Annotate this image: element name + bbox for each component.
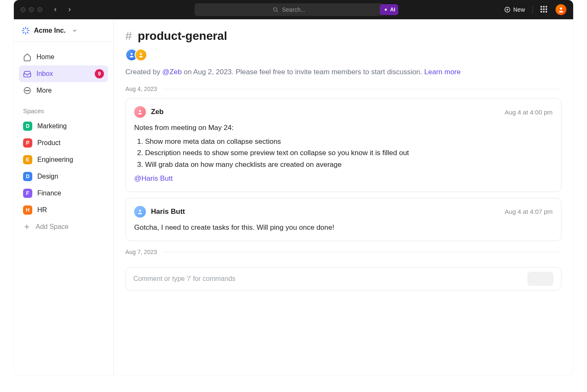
spaces-list: DMarketingPProductEEngineeringDDesignFFi… <box>14 118 113 218</box>
svg-point-0 <box>274 8 277 11</box>
svg-point-17 <box>27 90 28 91</box>
add-space-button[interactable]: Add Space <box>14 218 113 235</box>
message-composer[interactable] <box>125 267 561 291</box>
send-button[interactable] <box>527 272 553 286</box>
spaces-heading: Spaces <box>14 101 113 118</box>
workspace-name: Acme Inc. <box>34 27 66 34</box>
space-badge: E <box>23 155 32 164</box>
space-item[interactable]: PProduct <box>14 135 113 151</box>
channel-header: # product-general <box>125 29 561 43</box>
channel-name: product-general <box>138 29 227 43</box>
space-badge: H <box>23 205 32 215</box>
forward-button[interactable] <box>65 5 74 14</box>
hash-icon: # <box>125 29 132 43</box>
svg-point-16 <box>26 90 26 91</box>
svg-line-11 <box>23 28 24 29</box>
inbox-icon <box>23 70 31 78</box>
date-label: Aug 4, 2023 <box>125 86 157 92</box>
svg-point-22 <box>140 53 142 55</box>
date-divider: Aug 4, 2023 <box>125 86 561 92</box>
space-badge: D <box>23 172 32 181</box>
message-card[interactable]: Haris Butt Aug 4 at 4:07 pm Gotcha, I ne… <box>125 198 561 241</box>
workspace-logo-icon <box>21 26 30 35</box>
list-item: Will grab data on how many checklists ar… <box>145 159 553 170</box>
search-icon <box>273 7 278 13</box>
svg-point-24 <box>139 210 141 212</box>
ai-badge-label: AI <box>390 7 395 13</box>
member-avatar-stack[interactable] <box>125 49 561 61</box>
plus-icon <box>23 223 31 231</box>
space-label: Marketing <box>37 122 67 130</box>
apps-grid-icon[interactable] <box>540 6 548 13</box>
space-label: Engineering <box>37 156 73 164</box>
space-label: Finance <box>37 190 61 197</box>
main-content: # product-general Created by @Zeb on Aug… <box>114 19 573 376</box>
message-author-avatar <box>134 206 146 218</box>
space-item[interactable]: DMarketing <box>14 118 113 135</box>
space-label: HR <box>37 206 47 214</box>
nav-more-label: More <box>36 87 52 94</box>
nav-home-label: Home <box>36 53 55 61</box>
svg-line-12 <box>27 32 28 33</box>
message-timestamp: Aug 4 at 4:07 pm <box>505 208 553 215</box>
list-item: Show more meta data on collapse sections <box>145 136 553 147</box>
more-icon <box>23 86 31 95</box>
svg-point-18 <box>29 90 29 91</box>
inbox-count-badge: 9 <box>95 69 104 78</box>
space-item[interactable]: EEngineering <box>14 151 113 168</box>
titlebar: Search... AI New <box>14 0 573 19</box>
user-mention[interactable]: @Haris Butt <box>134 173 553 184</box>
global-search[interactable]: Search... AI <box>195 3 383 16</box>
date-divider: Aug 7, 2023 <box>125 249 561 255</box>
message-author: Haris Butt <box>151 208 185 216</box>
current-user-avatar[interactable] <box>556 4 566 15</box>
minimize-dot[interactable] <box>29 7 34 12</box>
space-label: Product <box>37 139 60 147</box>
sidebar: Acme Inc. Home Inbox 9 <box>14 19 114 376</box>
message-author: Zeb <box>151 108 164 116</box>
back-button[interactable] <box>51 5 60 14</box>
nav-more[interactable]: More <box>19 82 108 99</box>
space-item[interactable]: FFinance <box>14 185 113 202</box>
svg-line-13 <box>23 32 24 33</box>
plus-circle-icon <box>504 6 511 13</box>
new-button-label: New <box>513 6 525 13</box>
svg-point-6 <box>560 8 562 10</box>
workspace-switcher[interactable]: Acme Inc. <box>14 19 113 42</box>
space-item[interactable]: HHR <box>14 202 113 218</box>
svg-line-14 <box>27 28 28 29</box>
maximize-dot[interactable] <box>37 7 42 12</box>
history-nav <box>51 5 74 14</box>
new-button[interactable]: New <box>504 6 525 13</box>
message-body: Notes from meeting on May 24: Show more … <box>134 122 553 184</box>
message-card[interactable]: Zeb Aug 4 at 4:00 pm Notes from meeting … <box>125 98 561 192</box>
learn-more-link[interactable]: Learn more <box>424 68 461 76</box>
close-dot[interactable] <box>21 7 26 12</box>
svg-point-23 <box>139 110 141 112</box>
space-label: Design <box>37 173 58 180</box>
svg-point-21 <box>131 53 133 55</box>
nav-inbox[interactable]: Inbox 9 <box>19 65 108 82</box>
app-window: Search... AI New <box>14 0 573 376</box>
space-badge: F <box>23 189 32 198</box>
home-icon <box>23 53 31 61</box>
nav-home[interactable]: Home <box>19 49 108 65</box>
message-body: Gotcha, I need to create tasks for this.… <box>134 222 553 233</box>
space-badge: D <box>23 122 32 131</box>
search-placeholder-text: Search... <box>282 6 305 13</box>
svg-line-1 <box>277 11 278 12</box>
window-controls <box>21 7 42 12</box>
nav-inbox-label: Inbox <box>36 70 53 78</box>
divider <box>532 6 533 13</box>
svg-point-2 <box>385 9 387 11</box>
member-avatar <box>135 49 147 61</box>
message-timestamp: Aug 4 at 4:00 pm <box>505 109 553 116</box>
channel-description: Created by @Zeb on Aug 2, 2023. Please f… <box>125 68 561 76</box>
ai-badge[interactable]: AI <box>380 4 398 15</box>
composer-input[interactable] <box>133 275 527 283</box>
creator-mention[interactable]: @Zeb <box>162 68 182 76</box>
message-author-avatar <box>134 106 146 118</box>
space-item[interactable]: DDesign <box>14 168 113 185</box>
space-badge: P <box>23 138 32 148</box>
sparkle-icon <box>383 7 388 12</box>
